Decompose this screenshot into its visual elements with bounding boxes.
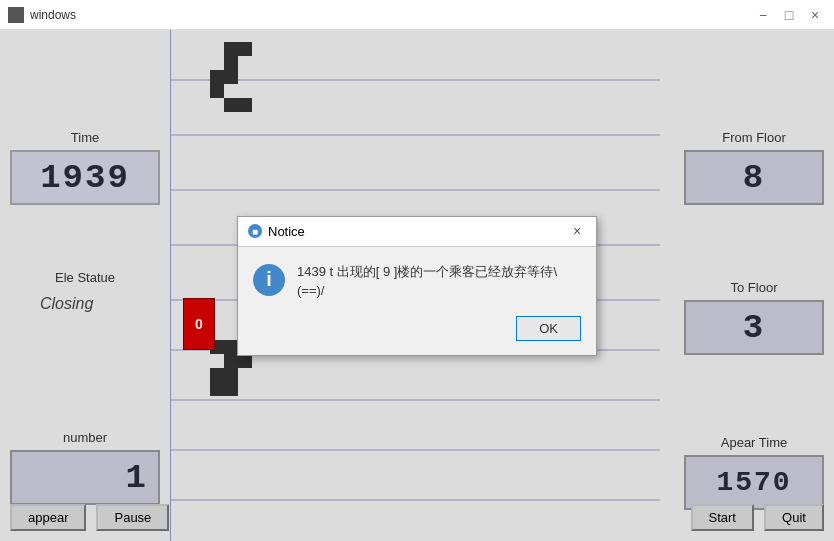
close-button[interactable]: ×	[804, 6, 826, 24]
modal-title-bar: ■ Notice ×	[238, 217, 596, 247]
window-title: windows	[30, 8, 76, 22]
main-content: 0 Time 1939 Ele Statue Closing number 1 …	[0, 30, 834, 541]
ok-button[interactable]: OK	[516, 316, 581, 341]
modal-info-icon: i	[253, 264, 285, 296]
modal-message: 1439 t 出现的[ 9 ]楼的一个乘客已经放弃等待\(==)/	[297, 262, 581, 301]
modal-icon-text: ■	[252, 226, 258, 237]
modal-title: Notice	[268, 224, 305, 239]
title-bar-left: windows	[8, 7, 76, 23]
title-bar: windows − □ ×	[0, 0, 834, 30]
minimize-button[interactable]: −	[752, 6, 774, 24]
modal-overlay: ■ Notice × i 1439 t 出现的[ 9 ]楼的一个乘客已经放弃等待…	[0, 30, 834, 541]
modal-title-left: ■ Notice	[248, 224, 305, 239]
notice-dialog: ■ Notice × i 1439 t 出现的[ 9 ]楼的一个乘客已经放弃等待…	[237, 216, 597, 356]
modal-body: i 1439 t 出现的[ 9 ]楼的一个乘客已经放弃等待\(==)/	[238, 247, 596, 311]
app-icon	[8, 7, 24, 23]
modal-title-icon: ■	[248, 224, 262, 238]
modal-info-icon-text: i	[266, 268, 272, 291]
modal-footer: OK	[238, 311, 596, 353]
modal-close-button[interactable]: ×	[568, 222, 586, 240]
restore-button[interactable]: □	[778, 6, 800, 24]
window-controls: − □ ×	[752, 6, 826, 24]
